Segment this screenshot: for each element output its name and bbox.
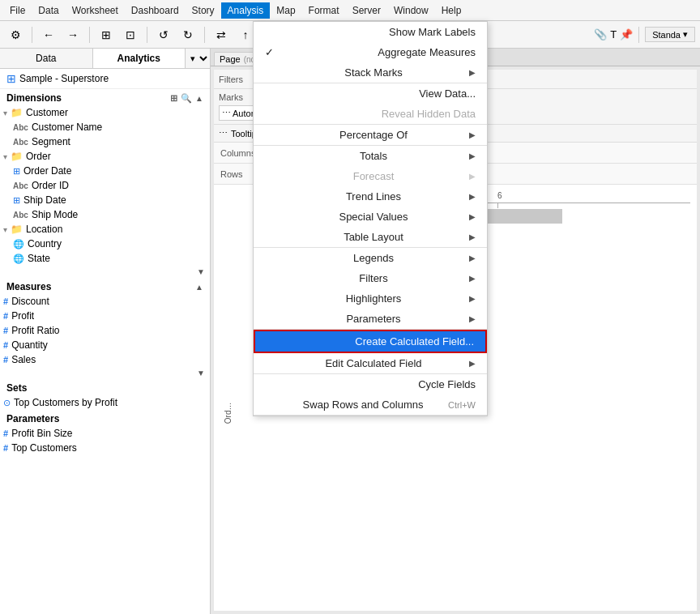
back-button[interactable]: ← xyxy=(38,24,59,45)
menu-item-worksheet[interactable]: Worksheet xyxy=(66,2,125,19)
folder-icon: 📁 xyxy=(11,107,23,118)
abc-icon-orderid: Abc xyxy=(13,181,28,190)
dd-swap-rows-columns[interactable]: Swap Rows and Columns Ctrl+W xyxy=(254,394,487,415)
dd-stack-marks[interactable]: Stack Marks ▶ xyxy=(254,62,487,83)
dd-label-filters: Filters xyxy=(359,272,387,284)
hash-icon-top-cust: # xyxy=(3,443,8,453)
field-sales[interactable]: # Sales xyxy=(0,352,210,367)
folder-order-icon: 📁 xyxy=(11,151,23,162)
undo-button[interactable]: ↺ xyxy=(153,24,174,45)
dd-reveal-hidden-data: Reveal Hidden Data xyxy=(254,104,487,124)
dimensions-search-icon[interactable]: 🔍 xyxy=(181,93,192,104)
panel-tabs: Data Analytics ▾ xyxy=(0,49,210,69)
set-icon-top-customers: ⊙ xyxy=(3,398,11,408)
dd-highlighters[interactable]: Highlighters ▶ xyxy=(254,288,487,309)
menu-section-7: Cycle Fields Swap Rows and Columns Ctrl+… xyxy=(254,374,487,416)
menu-item-story[interactable]: Story xyxy=(186,2,221,19)
field-customer-name[interactable]: Abc Customer Name xyxy=(10,120,210,134)
dd-label-totals: Totals xyxy=(360,150,387,162)
standard-button[interactable]: Standa ▾ xyxy=(645,27,695,42)
field-order-id[interactable]: Abc Order ID xyxy=(10,178,210,193)
measures-scroll-up[interactable]: ▲ xyxy=(195,283,203,292)
dd-show-mark-labels[interactable]: Show Mark Labels xyxy=(254,22,487,42)
dd-view-data[interactable]: View Data... xyxy=(254,83,487,104)
detail-pill[interactable]: ⋯ Tooltip xyxy=(219,128,257,139)
dd-parameters[interactable]: Parameters ▶ xyxy=(254,309,487,329)
forward-button[interactable]: → xyxy=(62,24,83,45)
field-state[interactable]: 🌐 State xyxy=(10,251,210,266)
tab-analytics[interactable]: Analytics xyxy=(93,49,186,68)
menu-item-help[interactable]: Help xyxy=(435,2,468,19)
home-button[interactable]: ⚙ xyxy=(5,24,26,45)
dimensions-scroll-up[interactable]: ▲ xyxy=(195,94,203,103)
dd-edit-calculated-field[interactable]: Edit Calculated Field ▶ xyxy=(254,353,487,373)
toolbar-separator-6 xyxy=(638,27,639,43)
sheet-button[interactable]: ⊡ xyxy=(120,24,141,45)
redo-button[interactable]: ↻ xyxy=(177,24,198,45)
dd-totals[interactable]: Totals ▶ xyxy=(254,146,487,166)
datasource-button[interactable]: ⊞ xyxy=(96,24,117,45)
menu-item-format[interactable]: Format xyxy=(302,2,346,19)
parameters-label: Parameters xyxy=(6,413,59,424)
sets-label: Sets xyxy=(6,382,27,394)
dd-filters[interactable]: Filters ▶ xyxy=(254,268,487,288)
field-label-segment: Segment xyxy=(32,136,70,147)
menu-item-server[interactable]: Server xyxy=(346,2,387,19)
field-discount[interactable]: # Discount xyxy=(0,294,210,309)
arrow-edit-calc: ▶ xyxy=(469,359,476,368)
dd-table-layout[interactable]: Table Layout ▶ xyxy=(254,227,487,247)
tab-data[interactable]: Data xyxy=(0,49,93,68)
group-customer[interactable]: ▾ 📁 Customer xyxy=(0,105,210,120)
dd-create-calculated-field[interactable]: Create Calculated Field... xyxy=(254,330,487,353)
dd-special-values[interactable]: Special Values ▶ xyxy=(254,207,487,227)
field-segment[interactable]: Abc Segment xyxy=(10,134,210,149)
menu-section-1: Show Mark Labels ✓ Aggregate Measures St… xyxy=(254,22,487,83)
swap-button[interactable]: ⇄ xyxy=(211,24,232,45)
field-country[interactable]: 🌐 Country xyxy=(10,237,210,251)
arrow-highlighters: ▶ xyxy=(469,294,476,303)
dimensions-grid-icon[interactable]: ⊞ xyxy=(170,93,177,104)
customer-fields: Abc Customer Name Abc Segment xyxy=(0,120,210,149)
field-label-top-customers: Top Customers xyxy=(11,442,77,454)
field-quantity[interactable]: # Quantity xyxy=(0,338,210,352)
menu-item-data[interactable]: Data xyxy=(32,2,65,19)
arrow-table-layout: ▶ xyxy=(469,232,476,241)
dd-cycle-fields[interactable]: Cycle Fields xyxy=(254,374,487,394)
field-label-country: Country xyxy=(28,238,62,249)
shortcut-swap-rows: Ctrl+W xyxy=(448,400,476,410)
field-top-customers-by-profit[interactable]: ⊙ Top Customers by Profit xyxy=(0,395,210,410)
hash-icon-profit-ratio: # xyxy=(3,326,8,335)
menu-item-analysis[interactable]: Analysis xyxy=(221,2,271,19)
dd-label-percentage-of: Percentage Of xyxy=(339,129,408,141)
dd-aggregate-measures[interactable]: ✓ Aggregate Measures xyxy=(254,42,487,62)
auto-dots-icon: ⋯ xyxy=(222,108,231,118)
field-label-quantity: Quantity xyxy=(11,339,48,351)
field-top-customers-param[interactable]: # Top Customers xyxy=(0,441,210,455)
toolbar-separator-3 xyxy=(147,27,147,43)
menu-item-file[interactable]: File xyxy=(3,2,32,19)
field-ship-mode[interactable]: Abc Ship Mode xyxy=(10,207,210,222)
field-profit-bin-size[interactable]: # Profit Bin Size xyxy=(0,426,210,441)
field-label-customer-name: Customer Name xyxy=(32,122,102,133)
y-axis-label: Ord… xyxy=(224,403,233,424)
menu-item-map[interactable]: Map xyxy=(270,2,301,19)
group-order[interactable]: ▾ 📁 Order xyxy=(0,149,210,164)
menu-bar: File Data Worksheet Dashboard Story Anal… xyxy=(0,0,700,21)
scroll-down-icon[interactable]: ▼ xyxy=(197,267,205,276)
group-location[interactable]: ▾ 📁 Location xyxy=(0,222,210,237)
field-profit-ratio[interactable]: # Profit Ratio xyxy=(0,323,210,338)
dd-trend-lines[interactable]: Trend Lines ▶ xyxy=(254,186,487,207)
field-order-date[interactable]: ⊞ Order Date xyxy=(10,164,210,178)
folder-expand-icon: ▾ xyxy=(3,109,7,117)
tick-6 xyxy=(497,203,498,208)
field-ship-date[interactable]: ⊞ Ship Date xyxy=(10,193,210,207)
axis-num-6: 6 xyxy=(497,191,502,200)
measures-scroll-down[interactable]: ▼ xyxy=(197,369,205,377)
dd-legends[interactable]: Legends ▶ xyxy=(254,248,487,268)
panel-view-select[interactable]: ▾ xyxy=(186,49,210,68)
field-profit[interactable]: # Profit xyxy=(0,309,210,323)
date-icon-shipdate: ⊞ xyxy=(13,195,20,206)
menu-item-window[interactable]: Window xyxy=(387,2,435,19)
menu-item-dashboard[interactable]: Dashboard xyxy=(125,2,186,19)
dd-percentage-of[interactable]: Percentage Of ▶ xyxy=(254,125,487,145)
